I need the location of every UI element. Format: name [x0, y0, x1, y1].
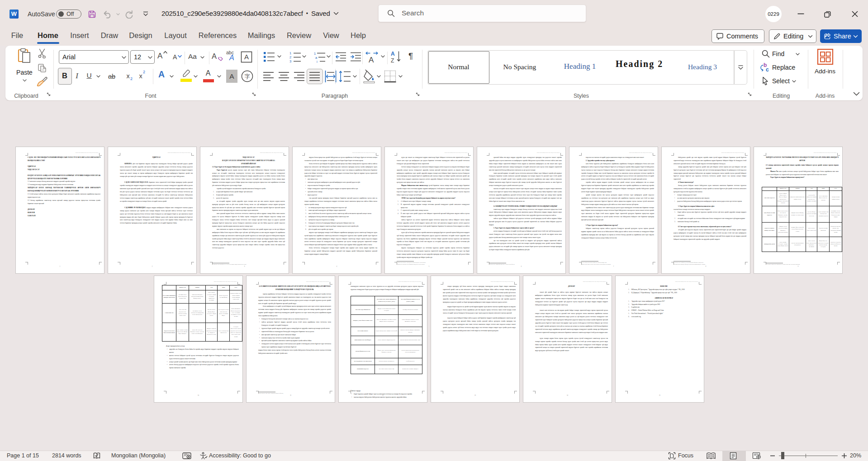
- svg-text:a: a: [315, 56, 318, 60]
- svg-text:c: c: [766, 67, 769, 72]
- svg-text:A: A: [369, 56, 374, 63]
- svg-text:3: 3: [289, 59, 291, 63]
- svg-text:A: A: [391, 51, 395, 57]
- svg-text:1: 1: [289, 51, 291, 55]
- svg-text:i: i: [317, 60, 318, 63]
- svg-text:Z: Z: [391, 57, 394, 64]
- svg-text:1: 1: [314, 52, 316, 56]
- svg-text:2: 2: [289, 55, 291, 59]
